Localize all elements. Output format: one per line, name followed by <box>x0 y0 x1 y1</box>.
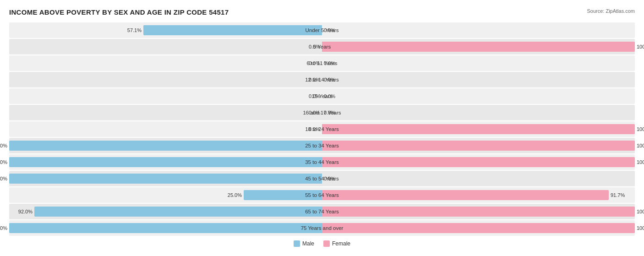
chart-row: Under 5 Years57.1%0.0% <box>9 22 635 38</box>
chart-row: 16 and 17 Years0.0%0.0% <box>9 105 635 120</box>
male-value: 100.0% <box>0 143 7 148</box>
chart-rows: Under 5 Years57.1%0.0%5 Years0.0%100.0%6… <box>9 22 635 237</box>
chart-row: 15 Years0.0%0.0% <box>9 88 635 104</box>
bar-male <box>34 207 322 217</box>
female-value: 100.0% <box>637 225 644 231</box>
female-value: 100.0% <box>637 143 644 148</box>
female-value: 0.0% <box>324 77 335 82</box>
male-value: 100.0% <box>0 225 7 231</box>
chart-source: Source: ZipAtlas.com <box>587 8 635 14</box>
male-value: 100.0% <box>0 176 7 181</box>
chart-row: 55 to 64 Years25.0%91.7% <box>9 187 635 203</box>
female-value: 0.0% <box>324 110 335 115</box>
male-value: 100.0% <box>0 159 7 165</box>
legend-male: Male <box>294 240 314 247</box>
chart-row: 18 to 24 Years0.0%100.0% <box>9 121 635 137</box>
chart-container: INCOME ABOVE POVERTY BY SEX AND AGE IN Z… <box>0 0 644 254</box>
chart-row: 6 to 11 Years0.0%0.0% <box>9 55 635 71</box>
legend-female-box <box>323 240 330 247</box>
legend-female: Female <box>323 240 350 247</box>
bar-female <box>322 42 635 52</box>
bar-male <box>244 190 322 200</box>
legend-female-label: Female <box>332 240 350 247</box>
male-value: 0.0% <box>309 93 320 99</box>
female-value: 100.0% <box>637 126 644 132</box>
chart-row: 25 to 34 Years100.0%100.0% <box>9 138 635 153</box>
female-value: 0.0% <box>324 27 335 33</box>
chart-title: INCOME ABOVE POVERTY BY SEX AND AGE IN Z… <box>9 8 229 16</box>
male-value: 0.0% <box>309 60 320 66</box>
female-value: 0.0% <box>324 176 335 181</box>
female-value: 0.0% <box>324 93 335 99</box>
chart-row: 65 to 74 Years92.0%100.0% <box>9 204 635 219</box>
chart-row: 35 to 44 Years100.0%100.0% <box>9 154 635 170</box>
male-value: 57.1% <box>127 27 142 33</box>
bar-female <box>322 124 635 134</box>
bar-male <box>9 174 322 184</box>
bar-female <box>322 207 635 217</box>
bar-male <box>9 157 322 167</box>
chart-row: 12 to 14 Years0.0%0.0% <box>9 72 635 87</box>
bar-male <box>9 141 322 151</box>
bar-female <box>322 141 635 151</box>
male-value: 0.0% <box>309 110 320 115</box>
female-value: 0.0% <box>324 60 335 66</box>
male-value: 0.0% <box>309 77 320 82</box>
bar-female <box>322 190 609 200</box>
chart-row: 5 Years0.0%100.0% <box>9 39 635 54</box>
legend-male-label: Male <box>302 240 314 247</box>
bar-male <box>143 25 322 35</box>
male-value: 0.0% <box>309 44 320 49</box>
male-value: 0.0% <box>309 126 320 132</box>
male-value: 25.0% <box>228 192 242 198</box>
female-value: 100.0% <box>637 209 644 214</box>
legend-male-box <box>294 240 300 247</box>
chart-row: 45 to 54 Years100.0%0.0% <box>9 171 635 186</box>
chart-row: 75 Years and over100.0%100.0% <box>9 220 635 236</box>
female-value: 91.7% <box>611 192 625 198</box>
male-value: 92.0% <box>18 209 33 214</box>
bar-female <box>322 223 635 233</box>
chart-legend: Male Female <box>9 240 635 247</box>
bar-female <box>322 157 635 167</box>
female-value: 100.0% <box>637 44 644 49</box>
chart-header: INCOME ABOVE POVERTY BY SEX AND AGE IN Z… <box>9 8 635 16</box>
bar-male <box>9 223 322 233</box>
female-value: 100.0% <box>637 159 644 165</box>
